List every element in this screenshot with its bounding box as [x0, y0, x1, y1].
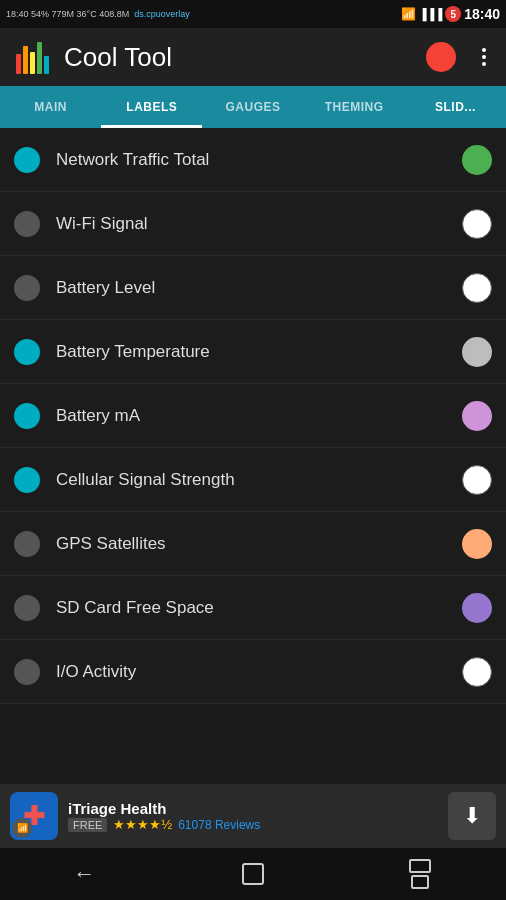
tab-gauges[interactable]: GAUGES — [202, 86, 303, 128]
item-indicator-battery-temperature — [14, 339, 40, 365]
list-item-sd-card-free-space[interactable]: SD Card Free Space — [0, 576, 506, 640]
list-item-io-activity[interactable]: I/O Activity — [0, 640, 506, 704]
cpu-overlay: ds.cpuoverlay — [134, 9, 190, 19]
ad-banner[interactable]: ✚ 📶 iTriage Health FREE ★★★★½ 61078 Revi… — [0, 784, 506, 848]
recents-button[interactable] — [392, 854, 452, 894]
logo-bar-3 — [37, 42, 42, 74]
ad-app-icon: ✚ 📶 — [10, 792, 58, 840]
nav-bar: ← — [0, 848, 506, 900]
back-button[interactable]: ← — [54, 854, 114, 894]
wifi-icon: 📶 — [401, 7, 416, 21]
item-indicator-cellular-signal-strength — [14, 467, 40, 493]
labels-list: Network Traffic TotalWi-Fi SignalBattery… — [0, 128, 506, 704]
ad-free-badge: FREE — [68, 818, 107, 832]
more-dot-1 — [482, 48, 486, 52]
status-bar: 18:40 54% 779M 36°C 408.8M ds.cpuoverlay… — [0, 0, 506, 28]
ad-stars: ★★★★½ — [113, 817, 172, 832]
app-logo — [10, 35, 54, 79]
notification-badge: 5 — [445, 6, 461, 22]
item-label-gps-satellites: GPS Satellites — [56, 534, 462, 554]
more-options-button[interactable] — [472, 45, 496, 69]
item-indicator-wifi-signal — [14, 211, 40, 237]
item-label-cellular-signal-strength: Cellular Signal Strength — [56, 470, 462, 490]
status-icons: 📶 ▐▐▐ 5 18:40 — [401, 6, 500, 22]
list-item-network-traffic-total[interactable]: Network Traffic Total — [0, 128, 506, 192]
item-dot-network-traffic-total[interactable] — [462, 145, 492, 175]
tab-bar: MAIN LABELS GAUGES THEMING SLID... — [0, 86, 506, 128]
ad-reviews: 61078 Reviews — [178, 818, 260, 832]
more-dot-3 — [482, 62, 486, 66]
more-dot-2 — [482, 55, 486, 59]
item-dot-sd-card-free-space[interactable] — [462, 593, 492, 623]
status-text: 18:40 54% 779M 36°C 408.8M — [6, 9, 129, 19]
tab-labels[interactable]: LABELS — [101, 86, 202, 128]
logo-bar-4 — [44, 56, 49, 74]
ad-meta: FREE ★★★★½ 61078 Reviews — [68, 817, 438, 832]
app-title: Cool Tool — [64, 42, 426, 73]
item-dot-battery-level[interactable] — [462, 273, 492, 303]
item-indicator-network-traffic-total — [14, 147, 40, 173]
item-dot-wifi-signal[interactable] — [462, 209, 492, 239]
recents-icon — [411, 859, 433, 889]
item-label-wifi-signal: Wi-Fi Signal — [56, 214, 462, 234]
item-label-io-activity: I/O Activity — [56, 662, 462, 682]
ad-download-button[interactable]: ⬇ — [448, 792, 496, 840]
record-button[interactable] — [426, 42, 456, 72]
item-dot-battery-temperature[interactable] — [462, 337, 492, 367]
status-time: 18:40 — [464, 6, 500, 22]
recents-box-back — [409, 859, 431, 873]
back-icon: ← — [73, 861, 95, 887]
list-item-gps-satellites[interactable]: GPS Satellites — [0, 512, 506, 576]
tab-slide[interactable]: SLID... — [405, 86, 506, 128]
logo-bar-2 — [30, 52, 35, 74]
item-label-battery-temperature: Battery Temperature — [56, 342, 462, 362]
download-icon: ⬇ — [463, 803, 481, 829]
item-indicator-battery-ma — [14, 403, 40, 429]
status-left: 18:40 54% 779M 36°C 408.8M ds.cpuoverlay — [6, 9, 190, 19]
ad-title: iTriage Health — [68, 800, 438, 817]
item-indicator-battery-level — [14, 275, 40, 301]
list-item-cellular-signal-strength[interactable]: Cellular Signal Strength — [0, 448, 506, 512]
ad-small-icon: 📶 — [12, 818, 32, 838]
item-label-sd-card-free-space: SD Card Free Space — [56, 598, 462, 618]
list-item-battery-temperature[interactable]: Battery Temperature — [0, 320, 506, 384]
item-label-network-traffic-total: Network Traffic Total — [56, 150, 462, 170]
item-label-battery-level: Battery Level — [56, 278, 462, 298]
item-dot-cellular-signal-strength[interactable] — [462, 465, 492, 495]
logo-bar-1 — [23, 46, 28, 74]
home-icon — [242, 863, 264, 885]
item-indicator-sd-card-free-space — [14, 595, 40, 621]
list-item-battery-ma[interactable]: Battery mA — [0, 384, 506, 448]
logo-bars — [16, 40, 49, 74]
list-item-wifi-signal[interactable]: Wi-Fi Signal — [0, 192, 506, 256]
logo-bar-0 — [16, 54, 21, 74]
item-indicator-io-activity — [14, 659, 40, 685]
signal-icon: ▐▐▐ — [419, 8, 442, 20]
ad-info: iTriage Health FREE ★★★★½ 61078 Reviews — [68, 800, 438, 832]
item-dot-battery-ma[interactable] — [462, 401, 492, 431]
home-button[interactable] — [223, 854, 283, 894]
item-dot-gps-satellites[interactable] — [462, 529, 492, 559]
item-indicator-gps-satellites — [14, 531, 40, 557]
list-item-battery-level[interactable]: Battery Level — [0, 256, 506, 320]
item-dot-io-activity[interactable] — [462, 657, 492, 687]
item-label-battery-ma: Battery mA — [56, 406, 462, 426]
tab-theming[interactable]: THEMING — [304, 86, 405, 128]
recents-box-front — [411, 875, 429, 889]
tab-main[interactable]: MAIN — [0, 86, 101, 128]
app-bar: Cool Tool — [0, 28, 506, 86]
